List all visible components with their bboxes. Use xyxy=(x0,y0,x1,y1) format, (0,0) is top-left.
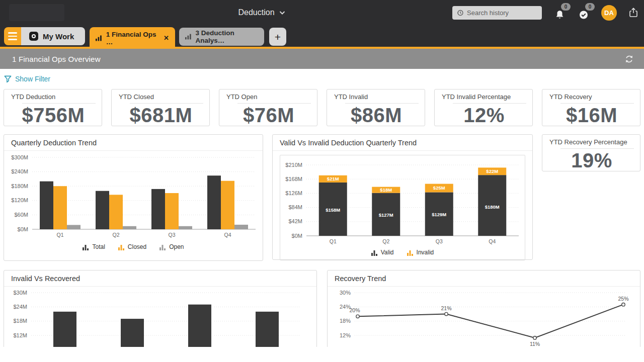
bar-chart-icon xyxy=(96,35,102,41)
quarterly-deduction-trend-chart[interactable]: $300M$240M$180M$120M$60M$0MQ1Q2Q3Q4 xyxy=(4,151,263,241)
share-button[interactable] xyxy=(628,7,639,18)
chevron-down-icon xyxy=(280,11,285,15)
svg-text:$42M: $42M xyxy=(288,218,302,224)
kpi-value: $76M xyxy=(225,104,312,127)
legend-label: Open xyxy=(169,243,184,250)
chart-card-quarterly-deduction-trend: Quarterly Deduction Trend $300M$240M$180… xyxy=(4,134,263,261)
notifications-badge: 0 xyxy=(561,3,571,11)
close-tab-icon[interactable]: ✕ xyxy=(164,34,169,42)
svg-text:$24M: $24M xyxy=(13,304,27,310)
legend-item-closed[interactable]: Closed xyxy=(118,243,146,250)
legend-label: Total xyxy=(92,243,105,250)
kpi-label: YTD Recovery xyxy=(548,93,635,101)
add-tab-button[interactable]: + xyxy=(269,28,286,46)
refresh-button[interactable] xyxy=(624,54,634,64)
hamburger-menu-button[interactable] xyxy=(4,27,21,45)
svg-text:$18M: $18M xyxy=(13,318,27,324)
legend-item-valid[interactable]: Valid xyxy=(371,249,394,256)
charts-row-2: Invalid Vs Recovered $30M$24M$18M$12M Re… xyxy=(0,261,644,347)
svg-text:21%: 21% xyxy=(441,305,451,311)
svg-text:$126M: $126M xyxy=(285,190,302,196)
svg-text:Q2: Q2 xyxy=(382,238,389,244)
kpi-value: $16M xyxy=(548,104,635,127)
kpi-card-ytd-invalid-percentage: YTD Invalid Percentage 12% xyxy=(434,89,533,126)
chart-card-recovery-trend: Recovery Trend 30%24%18%12%20%21%11%25% xyxy=(327,270,640,347)
kpi-row: YTD Deduction $756M YTD Closed $681M YTD… xyxy=(0,88,644,126)
valid-vs-invalid-chart[interactable]: $210M$168M$126M$84M$42M$0M$158M$21M$127M… xyxy=(280,157,525,247)
svg-text:Q1: Q1 xyxy=(56,232,63,238)
chart-frame: $210M$168M$126M$84M$42M$0M$158M$21M$127M… xyxy=(280,155,525,260)
svg-text:$12M: $12M xyxy=(13,332,27,338)
topbar-actions: 0 0 DA xyxy=(452,0,639,25)
svg-text:$127M: $127M xyxy=(379,212,393,218)
kpi-card-ytd-invalid: YTD Invalid $86M xyxy=(327,89,425,126)
svg-text:$180M: $180M xyxy=(11,183,28,189)
svg-text:Q4: Q4 xyxy=(224,232,231,238)
chart-legend: TotalClosedOpen xyxy=(4,241,263,253)
dataset-selector-label: Deduction xyxy=(238,8,274,17)
svg-text:11%: 11% xyxy=(530,341,540,347)
tasks-button[interactable]: 0 xyxy=(577,5,590,20)
kpi-value: $681M xyxy=(118,104,204,127)
chart-canvas: $300M$240M$180M$120M$60M$0MQ1Q2Q3Q4 xyxy=(7,153,260,239)
svg-text:12%: 12% xyxy=(340,332,351,338)
kpi-label: YTD Open xyxy=(225,93,312,101)
svg-text:$60M: $60M xyxy=(14,212,28,218)
kpi-card-ytd-recovery: YTD Recovery $16M xyxy=(542,89,640,126)
tab-deduction-analysis[interactable]: 3 Deduction Analys… xyxy=(179,28,264,46)
legend-item-total[interactable]: Total xyxy=(83,243,105,250)
recovery-trend-chart[interactable]: 30%24%18%12%20%21%11%25% xyxy=(328,287,640,347)
kpi-card-ytd-open: YTD Open $76M xyxy=(219,89,317,126)
search-box[interactable] xyxy=(452,6,542,20)
kpi-value: $756M xyxy=(10,104,97,127)
notifications-button[interactable]: 0 xyxy=(553,5,566,20)
legend-item-invalid[interactable]: Invalid xyxy=(407,249,434,256)
report-title-bar: 1 Financial Ops Overview xyxy=(0,49,644,69)
tab-my-work-label: My Work xyxy=(43,32,74,41)
history-icon xyxy=(456,9,464,17)
tab-financial-ops[interactable]: 1 Financial Ops … ✕ xyxy=(90,27,175,49)
kpi-value: $86M xyxy=(333,104,420,127)
search-input[interactable] xyxy=(467,9,532,17)
chart-legend: ValidInvalid xyxy=(280,247,525,259)
show-filter-label: Show Filter xyxy=(15,75,50,83)
chart-card-invalid-vs-recovered: Invalid Vs Recovered $30M$24M$18M$12M xyxy=(4,270,317,347)
topbar: Deduction 0 xyxy=(0,0,644,25)
kpi-label: YTD Closed xyxy=(118,93,204,101)
charts-row-1: Quarterly Deduction Trend $300M$240M$180… xyxy=(0,126,644,261)
app-logo xyxy=(9,4,64,21)
svg-text:$168M: $168M xyxy=(285,176,302,182)
svg-text:$129M: $129M xyxy=(432,212,446,217)
chart-title: Recovery Trend xyxy=(328,270,640,287)
avatar[interactable]: DA xyxy=(601,5,617,21)
chart-title: Valid Vs Invalid Deduction Quarterly Tre… xyxy=(273,135,532,151)
svg-text:25%: 25% xyxy=(618,296,628,302)
svg-text:$84M: $84M xyxy=(288,204,302,210)
chart-card-valid-vs-invalid: Valid Vs Invalid Deduction Quarterly Tre… xyxy=(272,134,533,260)
legend-label: Valid xyxy=(381,249,394,256)
chart-title: Quarterly Deduction Trend xyxy=(4,135,263,151)
legend-item-open[interactable]: Open xyxy=(159,243,184,250)
svg-text:$158M: $158M xyxy=(326,207,340,213)
kpi-label: YTD Invalid xyxy=(333,93,420,101)
tab-deduction-analysis-label: 3 Deduction Analys… xyxy=(196,29,258,44)
tab-financial-ops-label: 1 Financial Ops … xyxy=(106,31,159,46)
kpi-card-ytd-deduction: YTD Deduction $756M xyxy=(4,89,102,126)
kpi-label: YTD Deduction xyxy=(10,93,97,101)
invalid-vs-recovered-chart[interactable]: $30M$24M$18M$12M xyxy=(4,287,316,347)
chart-canvas: 30%24%18%12%20%21%11%25% xyxy=(331,289,637,347)
svg-text:$30M: $30M xyxy=(13,290,27,296)
dashboard-screen: Deduction 0 xyxy=(0,0,644,347)
tab-my-work[interactable]: My Work xyxy=(21,27,85,45)
dataset-selector[interactable]: Deduction xyxy=(238,8,285,17)
svg-text:$210M: $210M xyxy=(285,162,302,168)
svg-text:$180M: $180M xyxy=(485,204,500,210)
kpi-label: YTD Invalid Percentage xyxy=(441,93,527,101)
chart-canvas: $30M$24M$18M$12M xyxy=(7,289,312,347)
kpi-value: 12% xyxy=(441,104,527,127)
legend-bars-icon xyxy=(371,250,378,256)
legend-bars-icon xyxy=(118,244,125,250)
tab-bar: My Work 1 Financial Ops … ✕ 3 Deduction … xyxy=(0,25,644,49)
show-filter-toggle[interactable]: Show Filter xyxy=(0,69,50,88)
page-title: 1 Financial Ops Overview xyxy=(12,55,101,63)
